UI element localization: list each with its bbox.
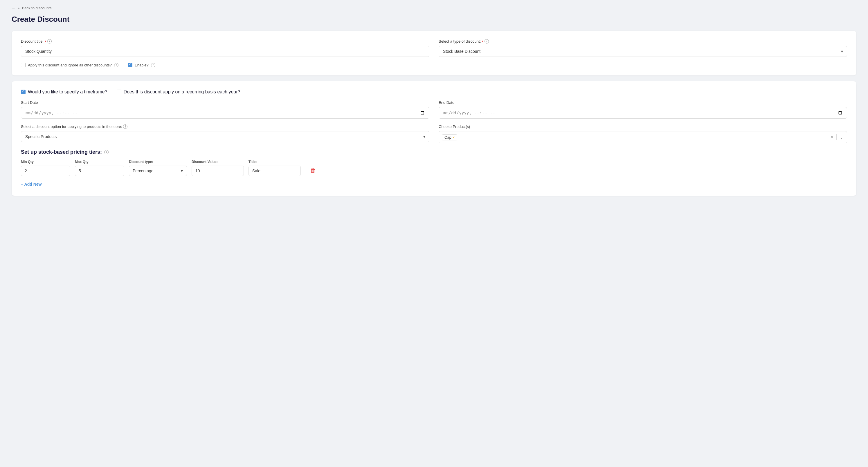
tier-min-qty-input[interactable]: [21, 166, 70, 176]
tag-separator: [836, 134, 837, 140]
products-dropdown-group: Select a discount option for applying to…: [21, 125, 429, 143]
timeframe-checkbox-wrapper: Would you like to specify a timeframe?: [21, 89, 107, 95]
discount-title-info-icon[interactable]: i: [47, 39, 52, 43]
tier-discount-value-col: Discount Value:: [192, 160, 244, 176]
tag-cap-remove-btn[interactable]: ×: [453, 135, 455, 139]
required-dot-2: •: [482, 39, 483, 43]
enable-checkbox[interactable]: [128, 63, 132, 67]
tier-discount-type-col: Discount type: Percentage Fixed Amount ▾: [129, 160, 187, 176]
choose-products-group: Choose Product(s) Cap × × ⌄: [439, 125, 847, 143]
tier-max-qty-input[interactable]: [75, 166, 124, 176]
checkbox-row-group: Apply this discount and ignore all other…: [21, 63, 847, 67]
tier-discount-type-label: Discount type:: [129, 160, 187, 164]
back-link-label: ← Back to discounts: [17, 6, 52, 10]
tier-discount-value-label: Discount Value:: [192, 160, 244, 164]
discount-title-label: Discount title: • i: [21, 39, 429, 43]
tiers-title: Set up stock-based pricing tiers:: [21, 149, 102, 155]
recurring-checkbox[interactable]: [117, 90, 121, 94]
discount-type-label-text: Select a type of discount:: [439, 39, 481, 43]
discount-type-label: Select a type of discount: • i: [439, 39, 847, 43]
end-date-group: End Date: [439, 100, 847, 119]
enable-info-icon[interactable]: i: [151, 63, 155, 67]
end-date-label: End Date: [439, 100, 847, 105]
tier-min-qty-label: Min Qty: [21, 160, 70, 164]
add-new-label: + Add New: [21, 182, 41, 187]
tag-input-actions: × ⌄: [830, 134, 844, 140]
tier-delete-col: 🗑: [305, 166, 317, 176]
tier-title-label: Title:: [248, 160, 301, 164]
tier-delete-btn[interactable]: 🗑: [309, 166, 317, 175]
tier-title-input[interactable]: [248, 166, 301, 176]
discount-title-group: Discount title: • i: [21, 39, 429, 57]
products-select-wrapper: Specific Products All Products Categorie…: [21, 131, 429, 142]
back-link[interactable]: ← ← Back to discounts: [11, 6, 857, 10]
tag-chevron-btn[interactable]: ⌄: [839, 135, 844, 140]
tier-title-col: Title:: [248, 160, 301, 176]
tier-max-qty-col: Max Qty: [75, 160, 124, 176]
products-dropdown-label: Select a discount option for applying to…: [21, 125, 429, 129]
tag-clear-btn[interactable]: ×: [830, 135, 834, 140]
enable-row: Enable? i: [128, 63, 155, 67]
tag-cap-label: Cap: [444, 135, 452, 139]
enable-label: Enable?: [135, 63, 149, 67]
products-select[interactable]: Specific Products All Products Categorie…: [21, 131, 429, 142]
tiers-header: Set up stock-based pricing tiers: i: [21, 149, 847, 155]
discount-title-label-text: Discount title:: [21, 39, 43, 43]
start-date-group: Start Date: [21, 100, 429, 119]
tag-cap: Cap ×: [442, 134, 457, 140]
back-arrow-icon: ←: [11, 6, 16, 10]
discount-type-select[interactable]: Stock Base Discount Percentage Discount …: [439, 46, 847, 57]
timeframe-checkbox[interactable]: [21, 90, 26, 94]
tiers-info-icon[interactable]: i: [104, 150, 108, 154]
tier-max-qty-label: Max Qty: [75, 160, 124, 164]
tag-input-wrapper[interactable]: Cap × × ⌄: [439, 131, 847, 143]
add-new-tier-btn[interactable]: + Add New: [21, 181, 41, 188]
recurring-checkbox-wrapper: Does this discount apply on a recurring …: [117, 89, 240, 95]
recurring-label: Does this discount apply on a recurring …: [124, 89, 240, 95]
basic-info-card: Discount title: • i Select a type of dis…: [11, 31, 857, 75]
tier-discount-type-select-wrapper: Percentage Fixed Amount ▾: [129, 166, 187, 176]
tier-min-qty-col: Min Qty: [21, 160, 70, 176]
required-dot: •: [45, 39, 46, 43]
page-title: Create Discount: [11, 15, 857, 24]
ignore-discounts-info-icon[interactable]: i: [114, 63, 119, 67]
discount-type-info-icon[interactable]: i: [485, 39, 489, 43]
ignore-discounts-checkbox[interactable]: [21, 63, 26, 67]
timeframe-label: Would you like to specify a timeframe?: [28, 89, 107, 95]
choose-products-label: Choose Product(s): [439, 125, 847, 129]
timeframe-card: Would you like to specify a timeframe? D…: [11, 81, 857, 196]
ignore-discounts-row: Apply this discount and ignore all other…: [21, 63, 119, 67]
products-dropdown-info-icon[interactable]: i: [123, 125, 127, 129]
ignore-discounts-label: Apply this discount and ignore all other…: [28, 63, 112, 67]
pricing-tiers-section: Set up stock-based pricing tiers: i Min …: [21, 149, 847, 188]
start-date-input[interactable]: [21, 107, 429, 119]
products-dropdown-label-text: Select a discount option for applying to…: [21, 125, 122, 129]
end-date-input[interactable]: [439, 107, 847, 119]
tier-row-1: Min Qty Max Qty Discount type: Percentag…: [21, 160, 847, 176]
discount-title-input[interactable]: [21, 46, 429, 57]
tier-discount-value-input[interactable]: [192, 166, 244, 176]
tier-discount-type-select[interactable]: Percentage Fixed Amount: [129, 166, 187, 176]
discount-type-select-wrapper: Stock Base Discount Percentage Discount …: [439, 46, 847, 57]
discount-type-group: Select a type of discount: • i Stock Bas…: [439, 39, 847, 57]
start-date-label: Start Date: [21, 100, 429, 105]
